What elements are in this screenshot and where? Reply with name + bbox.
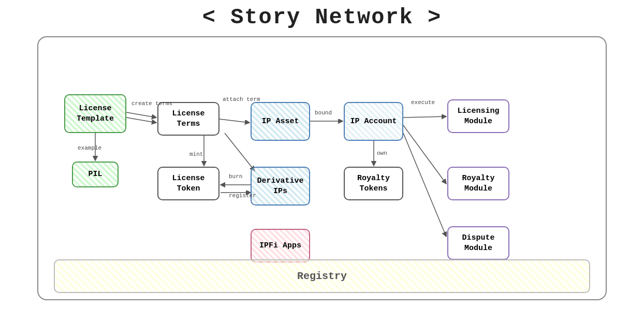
svg-line-13 — [403, 133, 446, 237]
label-mint: mint — [189, 151, 203, 157]
registry-bar: Registry — [54, 259, 590, 293]
svg-line-3 — [126, 118, 156, 123]
label-example: example — [78, 145, 101, 151]
main-container: License Template PIL License Terms Licen… — [37, 36, 607, 300]
node-ip-account: IP Account — [344, 102, 403, 141]
page-title: < Story Network > — [202, 5, 442, 30]
arrows-svg — [43, 42, 601, 265]
diagram: License Template PIL License Terms Licen… — [43, 42, 601, 265]
label-burn: burn — [229, 173, 242, 180]
svg-line-2 — [126, 112, 156, 118]
label-create-terms: create terms — [131, 100, 172, 107]
label-bound: bound — [315, 110, 332, 116]
node-pil: PIL — [72, 162, 119, 187]
node-ipfi-apps: IPFi Apps — [251, 229, 310, 262]
node-royalty-module: Royalty Module — [447, 167, 509, 200]
node-ip-asset: IP Asset — [251, 102, 310, 141]
label-attach-term: attach term — [223, 96, 260, 103]
node-license-token: License Token — [157, 167, 219, 200]
node-derivative-ips: Derivative IPs — [251, 167, 310, 206]
node-license-terms: License Terms — [157, 102, 219, 136]
svg-line-11 — [403, 116, 446, 118]
svg-line-5 — [219, 119, 250, 123]
node-license-template: License Template — [64, 94, 126, 133]
svg-line-14 — [225, 133, 255, 171]
node-royalty-tokens: Royalty Tokens — [344, 167, 403, 200]
label-execute: execute — [411, 99, 435, 106]
node-licensing-module: Licensing Module — [447, 99, 509, 133]
svg-line-12 — [403, 125, 446, 184]
label-register: register — [229, 193, 256, 199]
node-dispute-module: Dispute Module — [447, 226, 509, 260]
label-own: own — [377, 150, 387, 156]
